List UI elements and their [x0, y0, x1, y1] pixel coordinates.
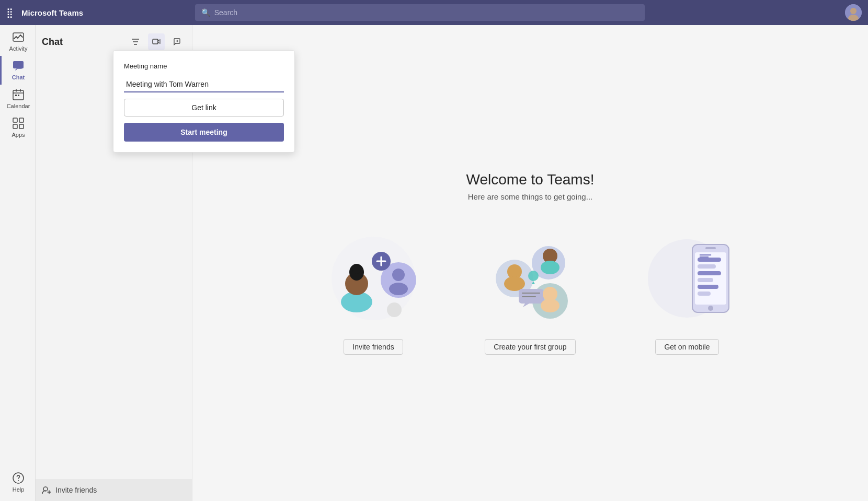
apps-icon — [13, 118, 24, 131]
svg-point-43 — [528, 271, 539, 281]
sidebar-item-help-label: Help — [13, 486, 25, 493]
sidebar-item-calendar-label: Calendar — [7, 103, 30, 109]
svg-rect-57 — [698, 278, 713, 282]
sidebar-item-activity-label: Activity — [9, 45, 28, 52]
svg-rect-9 — [15, 95, 17, 96]
meeting-name-input[interactable] — [124, 77, 284, 92]
create-group-illustration — [473, 226, 588, 331]
svg-rect-20 — [153, 39, 158, 44]
topbar-right — [845, 4, 862, 21]
avatar[interactable] — [845, 4, 862, 21]
svg-rect-56 — [698, 271, 721, 275]
get-mobile-label[interactable]: Get on mobile — [655, 339, 718, 355]
invite-friends-label[interactable]: Invite friends — [344, 339, 403, 355]
topbar: ⣿ Microsoft Teams 🔍 — [0, 0, 868, 25]
svg-point-1 — [850, 8, 856, 14]
meeting-popup: Meeting name Get link Start meeting — [113, 50, 295, 153]
sidebar-item-apps[interactable]: Apps — [0, 113, 35, 142]
svg-point-63 — [708, 306, 713, 311]
svg-rect-62 — [705, 247, 716, 249]
svg-rect-12 — [19, 118, 24, 122]
svg-rect-55 — [698, 264, 716, 269]
app-title: Microsoft Teams — [21, 8, 83, 17]
svg-rect-59 — [698, 292, 711, 296]
sidebar-item-activity[interactable]: Activity — [0, 27, 35, 56]
invite-friends-bar[interactable]: Invite friends — [36, 479, 192, 501]
svg-point-37 — [387, 302, 402, 317]
sidebar-item-chat-label: Chat — [12, 74, 25, 80]
calendar-icon — [13, 89, 24, 102]
svg-rect-58 — [698, 285, 718, 289]
content-area: Chat — [36, 25, 868, 501]
sidebar-item-help[interactable]: Help — [0, 468, 35, 497]
search-input[interactable] — [214, 8, 638, 17]
sidebar-item-apps-label: Apps — [12, 132, 25, 138]
welcome-subtitle: Here are some things to get going... — [468, 192, 592, 201]
get-mobile-card: Get on mobile — [624, 226, 750, 355]
help-icon — [13, 472, 24, 485]
grid-icon[interactable]: ⣿ — [6, 7, 13, 18]
welcome-cards: Invite friends — [311, 226, 750, 355]
sidebar-bottom: Help — [0, 468, 35, 501]
svg-point-30 — [352, 265, 361, 274]
invite-friends-label: Invite friends — [55, 486, 97, 494]
invite-friends-card: Invite friends — [311, 226, 436, 355]
sidebar: Activity Chat — [0, 25, 36, 501]
chat-icon — [13, 60, 24, 73]
svg-rect-11 — [13, 118, 17, 122]
invite-friends-illustration — [316, 226, 431, 331]
svg-rect-14 — [19, 124, 24, 129]
svg-point-16 — [18, 480, 19, 481]
search-bar[interactable]: 🔍 — [195, 4, 645, 21]
chat-panel: Chat — [36, 25, 192, 501]
svg-point-32 — [392, 269, 405, 281]
filter-button[interactable] — [127, 33, 144, 50]
create-group-label[interactable]: Create your first group — [485, 339, 575, 355]
activity-icon — [13, 31, 24, 44]
chat-panel-title: Chat — [42, 37, 123, 48]
create-group-card: Create your first group — [467, 226, 593, 355]
search-icon: 🔍 — [201, 8, 210, 17]
svg-rect-4 — [13, 61, 24, 68]
svg-point-50 — [541, 299, 559, 312]
svg-point-42 — [504, 276, 525, 291]
svg-rect-10 — [18, 95, 19, 96]
new-chat-button[interactable] — [169, 33, 186, 50]
svg-rect-13 — [13, 124, 17, 129]
svg-point-48 — [541, 261, 559, 274]
meeting-name-label: Meeting name — [124, 61, 284, 71]
welcome-title: Welcome to Teams! — [466, 171, 595, 188]
sidebar-item-chat[interactable]: Chat — [0, 56, 35, 85]
meet-now-button[interactable] — [148, 33, 165, 50]
main-layout: Activity Chat — [0, 25, 868, 501]
get-link-button[interactable]: Get link — [124, 99, 284, 116]
svg-rect-54 — [698, 258, 721, 262]
svg-point-33 — [389, 283, 408, 295]
start-meeting-button[interactable]: Start meeting — [124, 123, 284, 142]
sidebar-item-calendar[interactable]: Calendar — [0, 85, 35, 113]
get-mobile-illustration — [630, 226, 745, 331]
